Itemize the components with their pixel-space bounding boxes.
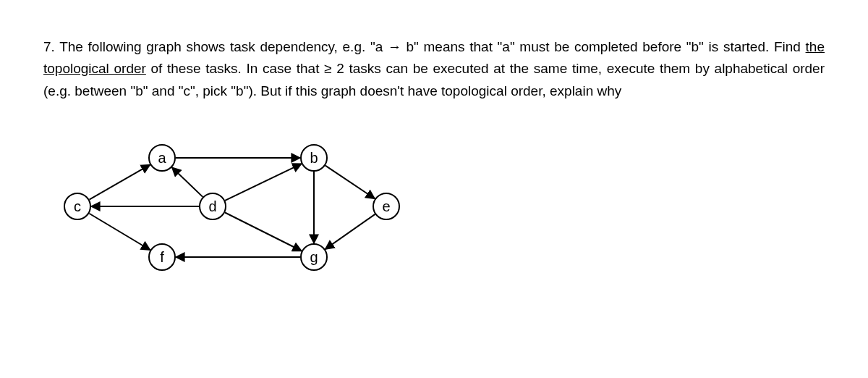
svg-line-0: [89, 165, 150, 200]
question-number: 7.: [43, 39, 55, 54]
svg-line-7: [326, 166, 375, 199]
svg-line-10: [326, 214, 375, 249]
node-a-label: a: [158, 146, 166, 169]
svg-line-6: [225, 213, 302, 251]
svg-line-5: [225, 164, 302, 201]
dependency-graph: c a f d b g e: [51, 131, 427, 305]
svg-line-1: [89, 214, 150, 250]
node-f-label: f: [160, 245, 164, 269]
graph-edges: [51, 131, 427, 305]
node-f: f: [148, 243, 176, 271]
question-text-after: of these tasks. In case that ≥ 2 tasks c…: [43, 61, 825, 98]
node-g-label: g: [310, 245, 318, 269]
node-c-label: c: [74, 195, 81, 218]
node-d: d: [199, 193, 226, 220]
node-e-label: e: [382, 195, 390, 218]
node-d-label: d: [208, 195, 216, 218]
node-c: c: [64, 193, 91, 220]
question-paragraph: 7. The following graph shows task depend…: [43, 36, 825, 102]
question-text-before: The following graph shows task dependenc…: [59, 39, 805, 54]
node-a: a: [148, 144, 176, 172]
node-b-label: b: [310, 146, 318, 169]
svg-line-3: [172, 167, 203, 197]
node-b: b: [300, 144, 328, 172]
node-e: e: [373, 193, 400, 220]
node-g: g: [300, 243, 328, 271]
